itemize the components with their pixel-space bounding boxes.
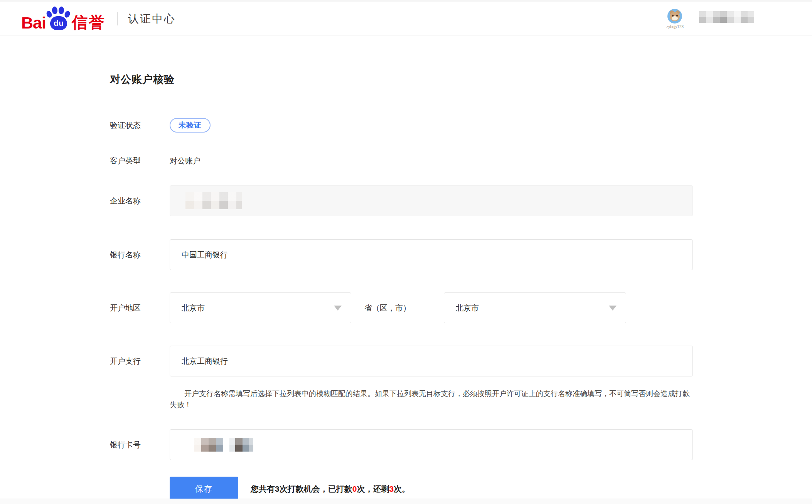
page-title: 对公账户核验 (110, 72, 812, 86)
bank-name-label: 银行名称 (110, 250, 170, 260)
customer-type-value: 对公账户 (170, 156, 200, 165)
attempts-total: 3 (275, 484, 280, 493)
payment-attempts-text: 您共有3次打款机会，已打款0次，还剩3次。 (251, 484, 410, 494)
attempts-part3: 次，还剩 (357, 484, 389, 493)
header-left: Bai du 信誉 认证中心 (21, 7, 176, 31)
bank-name-row: 银行名称 (110, 239, 812, 270)
customer-type-row: 客户类型 对公账户 (110, 156, 812, 166)
attempts-part4: 次。 (394, 484, 410, 493)
branch-row: 开户支行 (110, 346, 812, 376)
save-button[interactable]: 保存 (170, 477, 238, 501)
branch-help-text: 开户支行名称需填写后选择下拉列表中的模糊匹配的结果。如果下拉列表无目标支行，必须… (170, 388, 693, 410)
attempts-part1: 您共有 (251, 484, 275, 493)
logo-du-text: du (50, 16, 67, 30)
status-row: 验证状态 未验证 (110, 118, 812, 133)
company-name-row: 企业名称 (110, 185, 812, 216)
status-badge: 未验证 (170, 118, 211, 133)
avatar-bear-icon (667, 9, 682, 24)
attempts-used: 0 (352, 484, 357, 493)
branch-label: 开户支行 (110, 356, 170, 366)
main-content: 对公账户核验 验证状态 未验证 客户类型 对公账户 企业名称 银行名称 开户地区… (0, 72, 812, 501)
user-avatar[interactable]: zybqjy123 (666, 9, 684, 29)
attempts-part2: 次打款机会，已打款 (280, 484, 352, 493)
baidu-xinyu-logo[interactable]: Bai du 信誉 (21, 7, 106, 31)
dropdown-arrow-icon (609, 306, 617, 311)
customer-type-label: 客户类型 (110, 156, 170, 166)
region-middle-label: 省（区，市） (364, 303, 411, 313)
logo-xinyu-text: 信誉 (72, 14, 106, 31)
header: Bai du 信誉 认证中心 zybqjy123 (0, 2, 812, 35)
region-city-select[interactable]: 北京市 (170, 292, 351, 323)
redacted-account-name (699, 11, 754, 23)
avatar-username: zybqjy123 (666, 25, 684, 29)
baidu-paw-icon: du (47, 7, 71, 31)
branch-input[interactable] (170, 346, 693, 376)
region-row: 开户地区 北京市 省（区，市） 北京市 (110, 292, 812, 323)
region-city-value: 北京市 (182, 303, 205, 313)
region-label: 开户地区 (110, 303, 170, 313)
card-number-input[interactable] (170, 429, 693, 460)
save-row: 保存 您共有3次打款机会，已打款0次，还剩3次。 (110, 477, 812, 501)
bottom-border (0, 499, 812, 504)
region-province-select[interactable]: 北京市 (444, 292, 626, 323)
header-user-area: zybqjy123 (666, 9, 754, 29)
header-divider (117, 12, 118, 25)
redacted-card-number-part1 (194, 438, 223, 452)
company-name-input (170, 185, 693, 216)
status-label: 验证状态 (110, 120, 170, 131)
dropdown-arrow-icon (334, 306, 342, 311)
redacted-company-name (185, 192, 242, 209)
card-number-row: 银行卡号 (110, 429, 812, 460)
card-number-label: 银行卡号 (110, 440, 170, 450)
attempts-remaining: 3 (389, 484, 394, 493)
bank-name-input[interactable] (170, 239, 693, 270)
logo-bai-text: Bai (21, 15, 46, 31)
certification-center-title: 认证中心 (128, 12, 176, 26)
region-province-value: 北京市 (456, 303, 479, 313)
redacted-card-number-part2 (229, 438, 253, 452)
company-name-label: 企业名称 (110, 196, 170, 206)
